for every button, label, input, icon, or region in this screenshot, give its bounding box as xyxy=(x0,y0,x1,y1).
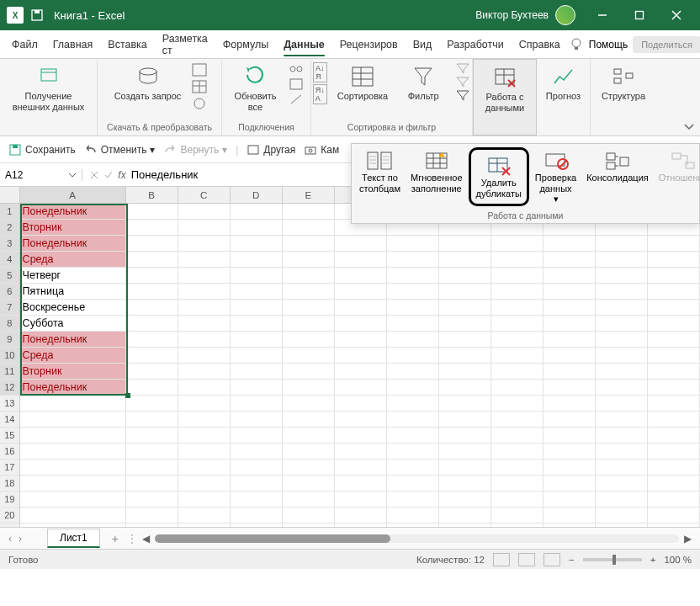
cell[interactable] xyxy=(126,492,178,508)
avatar[interactable] xyxy=(555,5,575,25)
cell[interactable] xyxy=(544,444,596,460)
cell[interactable] xyxy=(596,524,648,527)
cell[interactable] xyxy=(178,380,231,396)
cell[interactable] xyxy=(439,300,491,316)
cell[interactable] xyxy=(648,300,700,316)
cell[interactable] xyxy=(491,492,544,508)
cell[interactable] xyxy=(439,444,491,460)
cell[interactable] xyxy=(283,236,335,252)
sort-az-icon[interactable]: А↓Я xyxy=(313,62,327,82)
cell[interactable] xyxy=(178,268,231,284)
cell[interactable] xyxy=(648,476,700,492)
sort-button[interactable]: Сортировка xyxy=(334,62,391,104)
cell[interactable] xyxy=(648,380,700,396)
cell[interactable] xyxy=(335,364,387,380)
row-header[interactable]: 6 xyxy=(0,284,20,300)
cell[interactable] xyxy=(596,492,648,508)
cell[interactable]: Среда xyxy=(20,252,126,268)
text-to-columns-button[interactable]: Текст по столбцам xyxy=(355,147,405,196)
cell[interactable] xyxy=(283,508,335,524)
cell[interactable] xyxy=(544,412,596,428)
cell[interactable] xyxy=(648,252,700,268)
row-header[interactable]: 3 xyxy=(0,236,20,252)
cell[interactable]: Вторник xyxy=(20,364,126,380)
cell[interactable] xyxy=(648,268,700,284)
tab-prev-icon[interactable]: ‹ xyxy=(8,533,12,545)
cell[interactable] xyxy=(387,380,439,396)
flash-fill-button[interactable]: Мгновенное заполнение xyxy=(406,147,467,196)
cell[interactable] xyxy=(596,460,648,476)
tab-home[interactable]: Главная xyxy=(46,34,100,56)
cell[interactable] xyxy=(596,380,648,396)
tab-file[interactable]: Файл xyxy=(5,34,45,56)
cell[interactable] xyxy=(439,476,491,492)
cell[interactable] xyxy=(387,316,439,332)
cell[interactable] xyxy=(126,348,178,364)
row-header[interactable]: 5 xyxy=(0,268,20,284)
cell[interactable] xyxy=(178,460,231,476)
cell[interactable] xyxy=(335,508,387,524)
data-tools-button[interactable]: Работа с данными xyxy=(480,63,530,114)
cell[interactable] xyxy=(335,252,387,268)
cell[interactable] xyxy=(178,348,231,364)
row-header[interactable]: 2 xyxy=(0,220,20,236)
row-header[interactable]: 1 xyxy=(0,204,20,220)
cell[interactable] xyxy=(544,252,596,268)
cell[interactable] xyxy=(387,332,439,348)
cell[interactable] xyxy=(231,380,283,396)
cell[interactable] xyxy=(491,236,544,252)
cell[interactable] xyxy=(178,396,231,412)
cell[interactable] xyxy=(648,460,700,476)
cell[interactable] xyxy=(439,460,491,476)
cell[interactable] xyxy=(648,444,700,460)
cell[interactable] xyxy=(648,316,700,332)
tab-layout[interactable]: Разметка ст xyxy=(156,28,215,61)
cell[interactable] xyxy=(20,492,126,508)
cell[interactable] xyxy=(387,284,439,300)
cell[interactable] xyxy=(231,204,283,220)
row-header[interactable]: 4 xyxy=(0,252,20,268)
cell[interactable] xyxy=(387,268,439,284)
cell[interactable] xyxy=(387,492,439,508)
cell[interactable] xyxy=(335,284,387,300)
cell[interactable] xyxy=(126,476,178,492)
cell[interactable] xyxy=(283,220,335,236)
cell[interactable] xyxy=(231,364,283,380)
cell[interactable] xyxy=(126,428,178,444)
cell[interactable] xyxy=(544,476,596,492)
cell[interactable] xyxy=(544,236,596,252)
row-header[interactable]: 11 xyxy=(0,364,20,380)
cell[interactable] xyxy=(283,268,335,284)
cell[interactable] xyxy=(439,508,491,524)
clear-filter-icon[interactable] xyxy=(455,62,470,74)
consolidate-button[interactable]: Консолидация xyxy=(582,147,653,186)
cell[interactable] xyxy=(283,428,335,444)
row-header[interactable]: 20 xyxy=(0,508,20,524)
cell[interactable] xyxy=(439,364,491,380)
create-query-button[interactable]: Создать запрос xyxy=(111,62,185,104)
data-validation-button[interactable]: Проверка данных ▾ xyxy=(531,147,581,207)
edit-links-icon[interactable] xyxy=(289,93,304,106)
cell[interactable] xyxy=(596,348,648,364)
cell[interactable] xyxy=(283,348,335,364)
cell[interactable] xyxy=(491,524,544,527)
cell[interactable] xyxy=(387,476,439,492)
cell[interactable] xyxy=(178,252,231,268)
zoom-value[interactable]: 100 % xyxy=(664,555,692,565)
row-header[interactable]: 7 xyxy=(0,300,20,316)
cell[interactable] xyxy=(178,444,231,460)
cell[interactable] xyxy=(20,444,126,460)
cell[interactable] xyxy=(283,444,335,460)
cell[interactable] xyxy=(231,284,283,300)
view-normal-icon[interactable] xyxy=(493,553,510,566)
cell[interactable] xyxy=(387,348,439,364)
cell[interactable] xyxy=(596,284,648,300)
cell[interactable]: Вторник xyxy=(20,220,126,236)
cell[interactable] xyxy=(335,380,387,396)
reapply-icon[interactable] xyxy=(455,76,470,88)
cell[interactable] xyxy=(648,348,700,364)
cell[interactable] xyxy=(544,316,596,332)
cell[interactable] xyxy=(283,252,335,268)
cell[interactable] xyxy=(283,204,335,220)
qat-save[interactable]: Сохранить xyxy=(8,143,76,157)
